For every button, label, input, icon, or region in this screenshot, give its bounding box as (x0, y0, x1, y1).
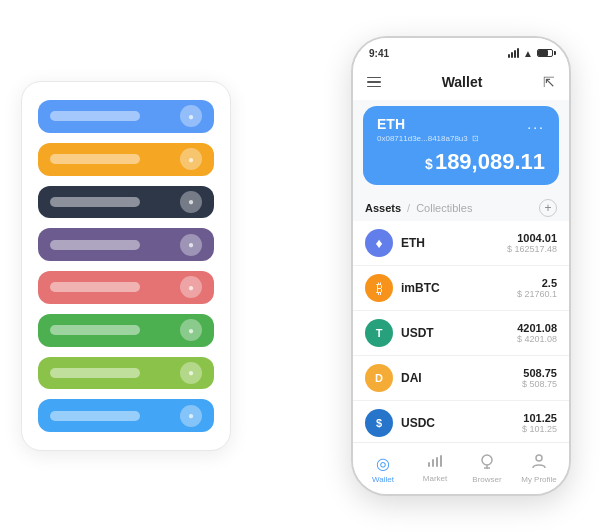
card-icon: ● (180, 234, 202, 256)
list-item[interactable]: ● (38, 100, 214, 133)
list-item[interactable]: ● (38, 143, 214, 176)
card-icon: ● (180, 319, 202, 341)
svg-point-7 (536, 455, 542, 461)
wallet-card-panel: ● ● ● ● ● ● ● ● (21, 81, 231, 451)
phone-content: ETH ... 0x08711d3e...8418a78u3 ⊡ $189,08… (353, 100, 569, 442)
card-label (50, 368, 140, 378)
phone-mockup: 9:41 ▲ Wallet ⇱ ETH (351, 36, 571, 496)
list-item[interactable]: ● (38, 186, 214, 219)
list-item[interactable]: ● (38, 314, 214, 347)
imbtc-asset-icon: ₿ (365, 274, 393, 302)
hamburger-icon[interactable] (367, 77, 381, 88)
asset-secondary-amount: $ 4201.08 (517, 334, 557, 344)
asset-name: USDT (401, 326, 517, 340)
card-icon: ● (180, 191, 202, 213)
add-asset-button[interactable]: + (539, 199, 557, 217)
asset-amounts: 2.5 $ 21760.1 (517, 277, 557, 299)
market-nav-label: Market (423, 474, 447, 483)
svg-rect-2 (436, 457, 438, 467)
card-label (50, 282, 140, 292)
asset-amounts: 1004.01 $ 162517.48 (507, 232, 557, 254)
svg-rect-0 (428, 462, 430, 467)
svg-point-4 (482, 455, 492, 465)
signal-icon (508, 48, 519, 58)
card-label (50, 240, 140, 250)
expand-icon[interactable]: ⇱ (543, 74, 555, 90)
card-icon: ● (180, 148, 202, 170)
status-bar: 9:41 ▲ (353, 38, 569, 64)
asset-list: ♦ ETH 1004.01 $ 162517.48 ₿ imBTC 2.5 $ … (353, 221, 569, 442)
usdt-asset-icon: T (365, 319, 393, 347)
nav-market[interactable]: Market (409, 454, 461, 483)
asset-secondary-amount: $ 21760.1 (517, 289, 557, 299)
profile-nav-icon (531, 453, 547, 473)
card-icon: ● (180, 276, 202, 298)
card-label (50, 111, 140, 121)
asset-primary-amount: 2.5 (517, 277, 557, 289)
profile-nav-label: My Profile (521, 475, 557, 484)
svg-rect-1 (432, 459, 434, 467)
asset-secondary-amount: $ 162517.48 (507, 244, 557, 254)
nav-profile[interactable]: My Profile (513, 453, 565, 484)
browser-nav-icon (479, 453, 495, 473)
tab-separator: / (407, 202, 410, 214)
asset-primary-amount: 508.75 (522, 367, 557, 379)
eth-asset-icon: ♦ (365, 229, 393, 257)
asset-name: imBTC (401, 281, 517, 295)
card-label (50, 197, 140, 207)
asset-name: ETH (401, 236, 507, 250)
nav-wallet[interactable]: ◎ Wallet (357, 454, 409, 484)
asset-amounts: 101.25 $ 101.25 (522, 412, 557, 434)
eth-balance: $189,089.11 (377, 149, 545, 175)
table-row[interactable]: T USDT 4201.08 $ 4201.08 (353, 311, 569, 356)
asset-primary-amount: 4201.08 (517, 322, 557, 334)
table-row[interactable]: ♦ ETH 1004.01 $ 162517.48 (353, 221, 569, 266)
market-nav-icon (427, 454, 443, 472)
table-row[interactable]: ₿ imBTC 2.5 $ 21760.1 (353, 266, 569, 311)
page-title: Wallet (442, 74, 483, 90)
phone-nav-bar: Wallet ⇱ (353, 64, 569, 100)
assets-header: Assets / Collectibles + (353, 193, 569, 221)
usdc-asset-icon: $ (365, 409, 393, 437)
tab-assets[interactable]: Assets (365, 202, 401, 214)
card-icon: ● (180, 405, 202, 427)
wifi-icon: ▲ (523, 48, 533, 59)
asset-primary-amount: 101.25 (522, 412, 557, 424)
battery-icon (537, 49, 553, 57)
asset-primary-amount: 1004.01 (507, 232, 557, 244)
asset-name: DAI (401, 371, 522, 385)
eth-card-header: ETH ... (377, 116, 545, 132)
asset-amounts: 508.75 $ 508.75 (522, 367, 557, 389)
wallet-nav-icon: ◎ (376, 454, 390, 473)
eth-coin-name: ETH (377, 116, 405, 132)
eth-card-menu-icon[interactable]: ... (527, 116, 545, 132)
asset-amounts: 4201.08 $ 4201.08 (517, 322, 557, 344)
dai-asset-icon: D (365, 364, 393, 392)
card-label (50, 154, 140, 164)
eth-hero-card[interactable]: ETH ... 0x08711d3e...8418a78u3 ⊡ $189,08… (363, 106, 559, 185)
card-icon: ● (180, 362, 202, 384)
asset-name: USDC (401, 416, 522, 430)
clock: 9:41 (369, 48, 389, 59)
list-item[interactable]: ● (38, 399, 214, 432)
card-label (50, 325, 140, 335)
list-item[interactable]: ● (38, 271, 214, 304)
table-row[interactable]: $ USDC 101.25 $ 101.25 (353, 401, 569, 442)
tab-collectibles[interactable]: Collectibles (416, 202, 472, 214)
list-item[interactable]: ● (38, 357, 214, 390)
bottom-nav: ◎ Wallet Market (353, 442, 569, 494)
scene: ● ● ● ● ● ● ● ● (11, 11, 591, 521)
nav-browser[interactable]: Browser (461, 453, 513, 484)
asset-secondary-amount: $ 508.75 (522, 379, 557, 389)
assets-tabs: Assets / Collectibles (365, 202, 472, 214)
wallet-nav-label: Wallet (372, 475, 394, 484)
copy-icon[interactable]: ⊡ (472, 134, 479, 143)
eth-address: 0x08711d3e...8418a78u3 ⊡ (377, 134, 545, 143)
status-icons: ▲ (508, 48, 553, 59)
table-row[interactable]: D DAI 508.75 $ 508.75 (353, 356, 569, 401)
card-label (50, 411, 140, 421)
svg-rect-3 (440, 455, 442, 467)
browser-nav-label: Browser (472, 475, 501, 484)
list-item[interactable]: ● (38, 228, 214, 261)
asset-secondary-amount: $ 101.25 (522, 424, 557, 434)
